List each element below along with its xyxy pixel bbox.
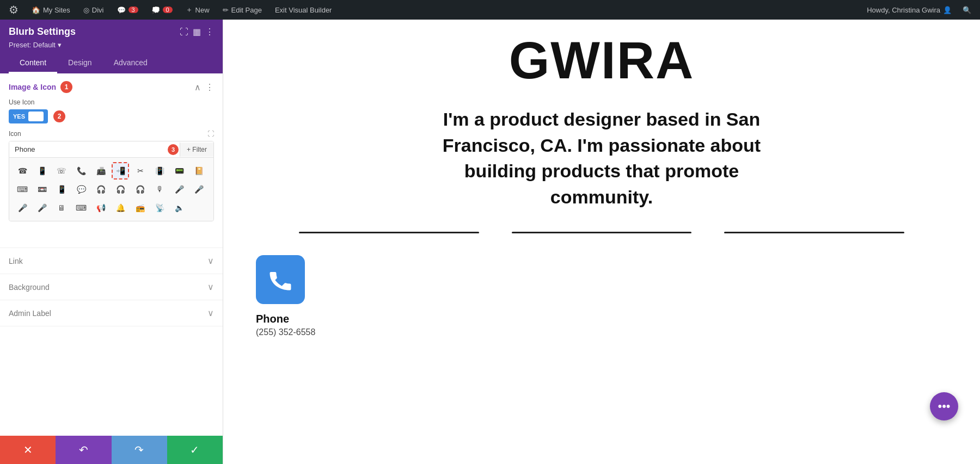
columns-icon[interactable]: ▦ [193,27,201,37]
icon-cell-extra3[interactable]: 🔈 [171,199,188,216]
undo-button[interactable]: ↶ [56,436,111,464]
icon-cell-megaphone[interactable]: 📢 [92,199,109,216]
icon-cell-receiver[interactable]: 📞 [72,162,90,180]
exit-builder-label: Exit Visual Builder [275,6,332,14]
admin-bar: ⚙ 🏠 My Sites ◎ Divi 💬 3 💭 0 ＋ New ✏ Edit… [0,0,980,20]
icon-cell-tablet[interactable]: 📱 [53,181,70,198]
admin-label-section[interactable]: Admin Label ∨ [0,300,223,326]
panel-preset[interactable]: Preset: Default ▾ [9,41,214,49]
icon-cell-no-phone[interactable]: ✂ [132,162,149,180]
search-badge-3: 3 [168,144,179,155]
wp-logo[interactable]: ⚙ [7,3,21,16]
search-input[interactable] [9,141,168,157]
main-layout: Blurb Settings ⛶ ▦ ⋮ Preset: Default ▾ C… [0,20,980,464]
section-title-row: Image & Icon 1 [9,81,72,93]
expand-icon[interactable]: ⛶ [207,130,214,138]
panel-body: Image & Icon 1 ∧ ⋮ Use Icon YES [0,73,223,436]
divi-link[interactable]: ◎ Divi [81,6,106,14]
use-icon-toggle[interactable]: YES [9,109,48,123]
background-section[interactable]: Background ∨ [0,274,223,300]
my-sites-link[interactable]: 🏠 My Sites [29,6,72,14]
hero-subtitle: I'm a product designer based in San Fran… [411,107,792,210]
comment-count-badge: 3 [128,7,138,13]
tab-content[interactable]: Content [9,53,57,73]
more-options-icon[interactable]: ⋮ [205,27,214,37]
phone-icon [266,265,295,294]
icon-cell-pager[interactable]: 📟 [171,162,188,180]
divider-line-2 [512,232,692,233]
collapse-icon[interactable]: ∧ [194,82,201,92]
redo-button[interactable]: ↷ [112,436,167,464]
icon-cell-mic5[interactable]: 🎤 [33,199,51,216]
edit-page-link[interactable]: ✏ Edit Page [220,6,264,14]
blurb-title: Phone [256,313,289,325]
cancel-button[interactable]: ✕ [0,436,56,464]
image-icon-section: Image & Icon 1 ∧ ⋮ Use Icon YES [0,73,223,248]
icon-cell-headphone1[interactable]: 🎧 [92,181,109,198]
section-badge-1: 1 [60,81,72,93]
icon-label: Icon [9,130,21,138]
canvas: GWIRA I'm a product designer based in Sa… [223,20,980,464]
save-button[interactable]: ✓ [167,436,223,464]
save-icon: ✓ [190,443,199,456]
new-link[interactable]: ＋ New [183,5,212,15]
toggle-row: YES 2 [9,109,214,123]
dividers-row [299,232,904,233]
icon-cell-phone-square[interactable]: 📲 [112,162,129,180]
icon-cell-extra1[interactable]: 📻 [132,199,149,216]
icon-cell-headphone2[interactable]: 🎧 [112,181,129,198]
tab-advanced[interactable]: Advanced [103,53,158,73]
background-section-title: Background [9,283,50,292]
my-sites-icon: 🏠 [32,6,40,14]
toggle-badge-2: 2 [53,110,65,122]
icon-cell-mic1[interactable]: 🎙 [151,181,169,198]
icon-cell-notebook[interactable]: 📔 [191,162,208,180]
fab-button[interactable]: ••• [930,392,958,420]
panel-title-row: Blurb Settings ⛶ ▦ ⋮ [9,26,214,38]
icon-cell-headphone3[interactable]: 🎧 [132,181,149,198]
admin-label-section-title: Admin Label [9,309,51,318]
icon-cell-handset[interactable]: ☏ [53,162,70,180]
exit-builder-link[interactable]: Exit Visual Builder [273,6,334,14]
tab-design[interactable]: Design [57,53,103,73]
icon-grid: ☎ 📱 ☏ 📞 📠 📲 ✂ 📳 📟 📔 ⌨ 📼 [9,158,213,221]
icon-cell-bell[interactable]: 🔔 [112,199,129,216]
bottom-toolbar: ✕ ↶ ↷ ✓ [0,436,223,464]
chevron-down-icon: ∨ [207,308,214,318]
icon-cell-keyboard[interactable]: ⌨ [14,181,31,198]
icon-cell-mic2[interactable]: 🎤 [171,181,188,198]
chevron-down-icon: ∨ [207,256,214,266]
toggle-text: YES [13,113,25,120]
comments-link[interactable]: 💬 3 [115,6,140,14]
new-label: New [195,6,210,14]
panel-tabs: Content Design Advanced [9,53,214,73]
section-header: Image & Icon 1 ∧ ⋮ [0,73,223,98]
fullscreen-icon[interactable]: ⛶ [180,27,188,37]
user-greeting[interactable]: Howdy, Christina Gwira 👤 [865,6,954,14]
icon-cell-extra2[interactable]: 📡 [151,199,169,216]
section-more-icon[interactable]: ⋮ [205,82,214,92]
icon-cell-voicemail[interactable]: 📼 [33,181,51,198]
icon-cell-chat[interactable]: 💬 [72,181,90,198]
cancel-icon: ✕ [23,443,33,456]
icon-cell-phone-classic[interactable]: ☎ [14,162,31,180]
icon-cell-fax[interactable]: 📠 [92,162,109,180]
admin-bar-right: Howdy, Christina Gwira 👤 🔍 [865,6,973,14]
icon-cell-mobile[interactable]: 📱 [33,162,51,180]
icon-cell-monitor[interactable]: 🖥 [53,199,70,216]
filter-label: + Filter [187,146,207,153]
comment-bubble-icon: 💬 [117,6,126,14]
icon-field-label-row: Icon ⛶ [9,130,214,138]
panel-title-icons: ⛶ ▦ ⋮ [180,27,214,37]
search-icon[interactable]: 🔍 [960,6,973,14]
toggle-knob [28,112,44,121]
icon-cell-mic3[interactable]: 🎤 [191,181,208,198]
bubbles-link[interactable]: 💭 0 [149,6,175,14]
blurb-card: Phone (255) 352-6558 [223,255,980,348]
link-section[interactable]: Link ∨ [0,248,223,274]
avatar: 👤 [943,6,952,14]
icon-cell-mic4[interactable]: 🎤 [14,199,31,216]
icon-cell-vibrate[interactable]: 📳 [151,162,169,180]
icon-cell-keyboard2[interactable]: ⌨ [72,199,90,216]
filter-button[interactable]: + Filter [180,143,213,157]
